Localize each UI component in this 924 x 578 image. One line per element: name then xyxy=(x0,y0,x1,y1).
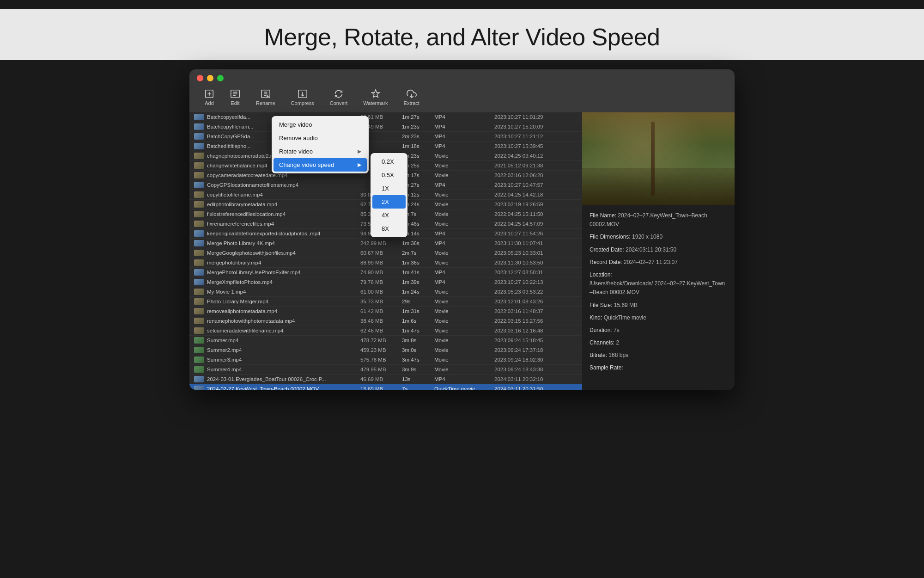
file-thumbnail xyxy=(194,357,204,363)
file-name-text: mergephotolibrary.mp4 xyxy=(207,260,261,265)
file-duration: 2m:7s xyxy=(402,250,434,256)
speed-item-2x[interactable]: 2X xyxy=(372,195,406,209)
file-kind: Movie xyxy=(434,299,494,304)
file-name-cell: My Movie 1.mp4 xyxy=(194,289,360,295)
info-bitrate-value: 168 bps xyxy=(608,352,628,358)
file-duration: 1m:47s xyxy=(402,328,434,333)
info-size: File Size: 15.69 MB xyxy=(590,301,727,310)
info-sample-rate-label: Sample Rate: xyxy=(590,364,623,371)
file-date: 2024:03:11 20:32:10 xyxy=(494,376,578,382)
file-kind: Movie xyxy=(434,153,494,159)
table-row[interactable]: Merge Photo Library 4K.mp4 242.99 MB 1m:… xyxy=(189,239,582,248)
maximize-button[interactable] xyxy=(217,75,224,81)
table-row[interactable]: renamephotowithphotometadata.mp4 38.46 M… xyxy=(189,316,582,326)
page-title: Merge, Rotate, and Alter Video Speed xyxy=(0,23,924,51)
speed-item-8x[interactable]: 8X xyxy=(372,222,406,235)
table-row[interactable]: Summer.mp4 478.72 MB 3m:8s Movie 2023:09… xyxy=(189,336,582,345)
menu-item-rotate[interactable]: Rotate video ▶ xyxy=(274,145,367,158)
file-thumbnail xyxy=(194,318,204,324)
table-row[interactable]: Batchcopyfilenam... 72.49 MB 1m:23s MP4 … xyxy=(189,122,582,132)
speed-item-4x[interactable]: 4X xyxy=(372,209,406,222)
file-date: 2022:03:16 11:48:37 xyxy=(494,308,578,314)
file-date: 2023:09:24 18:43:38 xyxy=(494,367,578,372)
add-button[interactable]: Add xyxy=(197,86,222,109)
file-name-text: removeallphotometadata.mp4 xyxy=(207,308,277,314)
file-duration: 1m:41s xyxy=(402,270,434,275)
rename-button[interactable]: Rename xyxy=(249,86,283,109)
file-name-cell: Summer3.mp4 xyxy=(194,357,360,363)
minimize-button[interactable] xyxy=(207,75,213,81)
file-name-text: Merge Photo Library 4K.mp4 xyxy=(207,240,275,246)
speed-item-0.2x[interactable]: 0.2X xyxy=(372,155,406,168)
convert-button[interactable]: Convert xyxy=(322,86,355,109)
table-row[interactable]: removeallphotometadata.mp4 61.42 MB 1m:3… xyxy=(189,307,582,316)
info-location-value: /Users/frebok/Downloads/ 2024–02–27.KeyW… xyxy=(590,279,727,297)
speed-submenu[interactable]: 0.2X 0.5X 1X 2X 4X 8X xyxy=(371,153,407,237)
edit-button[interactable]: Edit xyxy=(223,86,248,109)
file-duration: 1m:6s xyxy=(402,318,434,324)
table-row[interactable]: MergeXmpfiletoPhotos.mp4 79.76 MB 1m:39s… xyxy=(189,277,582,287)
file-name-text: editphotolibrarymetadata.mp4 xyxy=(207,202,277,207)
file-thumbnail xyxy=(194,366,204,373)
file-duration: 29s xyxy=(402,299,434,304)
extract-label: Extract xyxy=(404,100,419,106)
table-row[interactable]: MergePhotoLibraryUsePhotoExifer.mp4 74.9… xyxy=(189,268,582,277)
table-row[interactable]: My Movie 1.mp4 61.00 MB 1m:24s Movie 202… xyxy=(189,287,582,297)
watermark-button[interactable]: Watermark xyxy=(356,86,395,109)
compress-button[interactable]: Compress xyxy=(284,86,322,109)
info-created-label: Created Date: xyxy=(590,246,624,253)
file-name-cell: Summer4.mp4 xyxy=(194,366,360,373)
file-name-cell: setcameradatewithfilename.mp4 xyxy=(194,327,360,334)
file-thumbnail xyxy=(194,230,204,237)
file-name-text: 2024-02-27.KeyWest_Town-Beach 00002.MOV xyxy=(207,386,319,390)
file-kind: Movie xyxy=(434,347,494,353)
file-kind: Movie xyxy=(434,357,494,363)
file-thumbnail xyxy=(194,269,204,276)
speed-item-0.5x[interactable]: 0.5X xyxy=(372,168,406,182)
file-thumbnail xyxy=(194,386,204,390)
table-row[interactable]: Batchedittitlephо... 1m:18s MP4 2023:10:… xyxy=(189,141,582,151)
table-row[interactable]: setcameradatewithfilename.mp4 62.46 MB 1… xyxy=(189,326,582,336)
file-name-text: MergeGooglephotoswithjsonfiles.mp4 xyxy=(207,250,296,256)
file-name-cell: removeallphotometadata.mp4 xyxy=(194,308,360,314)
file-kind: MP4 xyxy=(434,376,494,382)
file-name-text: BatchCopyGPSda... xyxy=(207,134,255,139)
file-name-cell: editphotolibrarymetadata.mp4 xyxy=(194,201,360,208)
menu-item-remove-audio[interactable]: Remove audio xyxy=(274,131,367,145)
table-row[interactable]: 2024-03-01.Everglades_BoatTour 00026_Cro… xyxy=(189,375,582,384)
table-row[interactable]: mergephotolibrary.mp4 86.99 MB 1m:36s Mo… xyxy=(189,258,582,268)
table-row[interactable]: Batchcopyexifda... 58.61 MB 1m:27s MP4 2… xyxy=(189,112,582,122)
file-duration: 1m:36s xyxy=(402,260,434,265)
table-row[interactable]: Summer3.mp4 575.76 MB 3m:47s Movie 2023:… xyxy=(189,355,582,365)
info-duration-label: Duration: xyxy=(590,327,612,333)
file-name-text: My Movie 1.mp4 xyxy=(207,289,246,295)
extract-button[interactable]: Extract xyxy=(396,86,427,109)
file-kind: Movie xyxy=(434,250,494,256)
table-row[interactable]: MergeGooglephotoswithjsonfiles.mp4 60.67… xyxy=(189,248,582,258)
file-name-text: keeporiginaldatefromexportedicloudphotos… xyxy=(207,231,321,236)
table-row[interactable]: Summer2.mp4 459.23 MB 3m:0s Movie 2023:0… xyxy=(189,345,582,355)
file-kind: QuickTime movie xyxy=(434,386,494,390)
file-name-cell: 2024-02-27.KeyWest_Town-Beach 00002.MOV xyxy=(194,386,360,390)
table-row[interactable]: Photo Library Merger.mp4 35.73 MB 29s Mo… xyxy=(189,297,582,307)
speed-item-1x[interactable]: 1X xyxy=(372,182,406,195)
file-thumbnail xyxy=(194,153,204,159)
close-button[interactable] xyxy=(197,75,203,81)
table-row[interactable]: BatchCopyGPSda... 2m:23s MP4 2023:10:27 … xyxy=(189,132,582,141)
menu-item-merge[interactable]: Merge video xyxy=(274,118,367,131)
file-name-cell: MergeGooglephotoswithjsonfiles.mp4 xyxy=(194,250,360,256)
info-dimensions: File Dimensions: 1920 x 1080 xyxy=(590,233,727,241)
table-row[interactable]: 2024-02-27.KeyWest_Town-Beach 00002.MOV … xyxy=(189,384,582,390)
file-name-text: Photo Library Merger.mp4 xyxy=(207,299,268,304)
file-size: 575.76 MB xyxy=(360,357,402,363)
context-menu[interactable]: Merge video Remove audio Rotate video ▶ … xyxy=(272,116,369,173)
file-thumbnail xyxy=(194,221,204,227)
menu-item-change-speed[interactable]: Change video speed ▶ xyxy=(274,158,367,172)
file-duration: 1m:24s xyxy=(402,289,434,295)
file-date: 2023:05:23 10:33:01 xyxy=(494,250,578,256)
file-date: 2024:03:11 20:31:50 xyxy=(494,386,578,390)
table-row[interactable]: Summer4.mp4 479.95 MB 3m:9s Movie 2023:0… xyxy=(189,365,582,375)
file-name-text: renamephotowithphotometadata.mp4 xyxy=(207,318,295,324)
file-size: 479.95 MB xyxy=(360,367,402,372)
info-created: Created Date: 2024:03:11 20:31:50 xyxy=(590,246,727,254)
